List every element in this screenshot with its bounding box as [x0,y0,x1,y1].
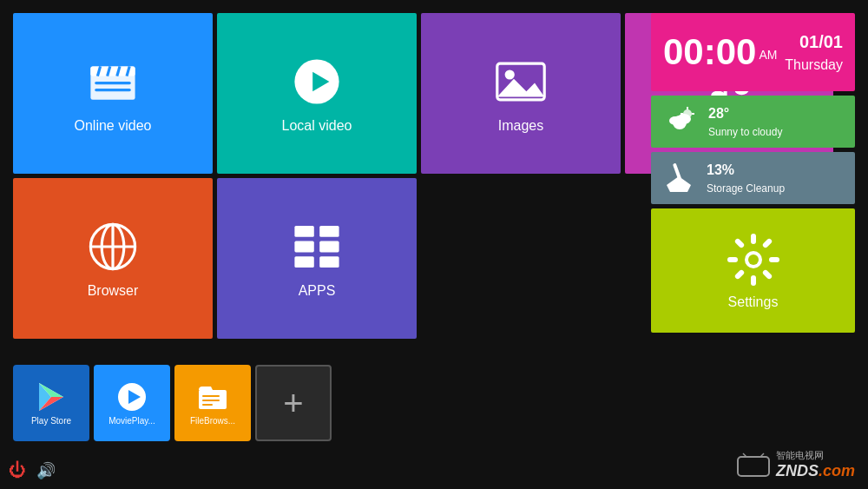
images-label: Images [498,118,543,134]
tile-images[interactable]: Images [421,13,621,174]
small-tile-add[interactable]: + [255,365,332,441]
add-icon: + [283,384,303,423]
volume-button[interactable]: 🔊 [36,461,56,480]
svg-rect-44 [733,237,745,248]
filebrowser-icon [197,381,228,413]
svg-rect-41 [751,275,756,286]
bottom-bar: ⏻ 🔊 [9,460,56,480]
clock-date-display: 01/01 Thursday [785,29,843,76]
tile-apps[interactable]: APPS [217,178,417,339]
weather-desc: Sunny to cloudy [708,124,782,141]
svg-rect-25 [319,241,339,252]
svg-rect-59 [738,457,769,476]
settings-label: Settings [728,294,779,310]
browser-label: Browser [88,283,139,299]
watermark-tv-text: 智能电视网 [776,449,855,462]
playstore-label: Play Store [31,416,71,426]
svg-rect-24 [294,241,313,252]
svg-rect-55 [199,390,211,395]
storage-label: Storage Cleanup [707,181,785,197]
tile-online-video[interactable]: Online video [13,13,213,174]
tile-local-video[interactable]: Local video [217,13,417,174]
bottom-tiles: Play Store MoviePlay... FileBrows... + [13,365,332,441]
local-video-label: Local video [282,118,352,134]
small-tile-filebrowser[interactable]: FileBrows... [174,365,251,441]
clock-day: Thursday [785,55,843,76]
settings-tile[interactable]: Settings [651,208,855,333]
clock-tile[interactable]: 00:00AM 01/01 Thursday [651,13,855,91]
storage-icon [663,161,694,195]
svg-rect-47 [761,268,773,280]
svg-rect-6 [95,82,131,84]
svg-marker-37 [667,176,691,192]
svg-rect-56 [202,395,220,397]
weather-icon [663,103,696,140]
settings-icon [726,232,781,287]
storage-percent: 13% [707,159,785,182]
small-tile-playstore[interactable]: Play Store [13,365,89,441]
power-button[interactable]: ⏻ [9,460,26,480]
svg-rect-57 [202,400,220,401]
right-panel: 00:00AM 01/01 Thursday 28° Sunny to clou… [651,13,855,333]
svg-rect-7 [95,89,131,91]
storage-info: 13% Storage Cleanup [707,159,785,198]
svg-rect-22 [294,226,313,237]
svg-rect-58 [202,404,213,406]
clock-time-display: 00:00AM [663,31,777,73]
playstore-icon [36,381,67,413]
clock-time: 00:00 [663,31,756,72]
clock-ampm: AM [759,48,777,62]
svg-point-39 [748,254,759,265]
storage-tile[interactable]: 13% Storage Cleanup [651,152,855,204]
svg-marker-12 [497,78,544,96]
svg-rect-27 [319,256,339,268]
svg-rect-23 [319,226,339,237]
svg-rect-43 [769,257,779,262]
svg-rect-46 [733,268,745,280]
apps-label: APPS [299,283,336,299]
weather-temp: 28° [708,102,782,125]
svg-point-11 [505,69,515,79]
tv-logo-icon [736,452,771,478]
tile-browser[interactable]: Browser [13,178,213,339]
small-tile-movieplay[interactable]: MoviePlay... [94,365,170,441]
watermark-brand: ZNDS.com [776,462,855,480]
weather-info: 28° Sunny to cloudy [708,102,782,142]
watermark: 智能电视网 ZNDS.com [736,449,855,480]
filebrowser-label: FileBrows... [190,416,235,426]
svg-rect-45 [761,237,773,248]
movieplay-icon [116,381,148,413]
clock-date: 01/01 [785,29,843,55]
weather-tile[interactable]: 28° Sunny to cloudy [651,96,855,148]
svg-point-31 [683,109,692,118]
svg-rect-42 [727,257,738,262]
svg-rect-26 [294,256,313,268]
movieplay-label: MoviePlay... [108,416,155,426]
online-video-label: Online video [75,118,152,134]
svg-rect-40 [751,234,756,244]
